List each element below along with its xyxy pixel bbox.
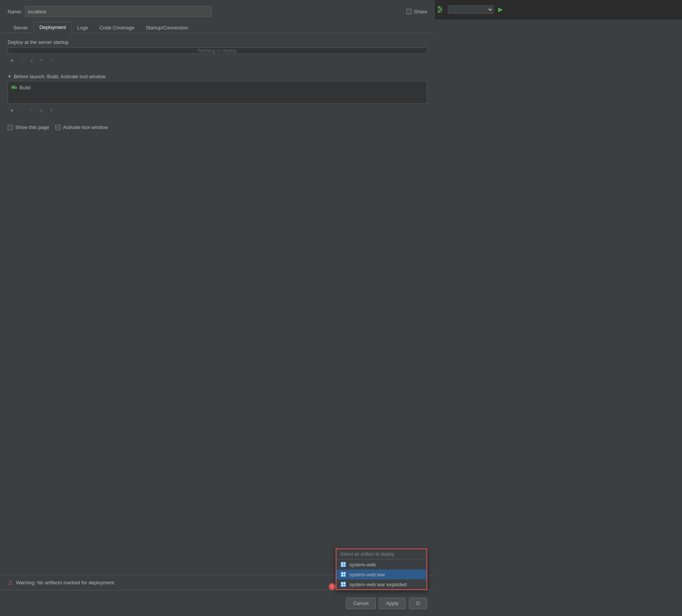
name-label: Name:	[8, 9, 22, 15]
deploy-section-label: Deploy at the server startup	[8, 39, 427, 45]
svg-rect-0	[11, 86, 13, 89]
bits-icon-cluster	[438, 6, 446, 13]
deploy-remove-button[interactable]: −	[18, 56, 26, 65]
system-web-war-exploded-icon	[340, 581, 346, 587]
name-row: Name: Share	[0, 0, 435, 21]
artifact-item-system-web-war-exploded-label: system-web:war exploded	[349, 582, 407, 587]
artifact-item-system-web-war-label: system-web:war	[349, 572, 385, 577]
svg-rect-11	[344, 572, 345, 574]
tab-logs[interactable]: Logs	[72, 22, 94, 33]
before-launch-section: ▼ Before launch: Build, Activate tool wi…	[8, 71, 427, 116]
action-bar: Cancel Apply O	[0, 590, 435, 616]
warning-text: Warning: No artifacts marked for deploym…	[16, 580, 114, 585]
launch-down-button[interactable]: ▼	[47, 106, 56, 114]
svg-rect-18	[344, 585, 345, 586]
show-page-checkbox[interactable]	[8, 125, 13, 130]
system-web-war-icon	[340, 571, 346, 577]
deploy-up-button[interactable]: ▲	[27, 56, 36, 65]
artifact-item-system-web[interactable]: system-web	[336, 560, 426, 569]
svg-rect-8	[344, 565, 345, 566]
launch-add-button[interactable]: +	[8, 106, 16, 114]
launch-toolbar: + − ✎ ▲ ▼	[8, 104, 427, 116]
svg-rect-17	[341, 585, 343, 586]
svg-rect-7	[341, 565, 343, 566]
ok-button[interactable]: O	[409, 598, 427, 609]
svg-rect-2	[15, 87, 17, 89]
deploy-add-button[interactable]: +	[8, 56, 16, 65]
bit	[440, 6, 442, 8]
bit	[438, 8, 440, 10]
artifact-item-system-web-war-exploded[interactable]: system-web:war exploded	[336, 579, 426, 589]
nothing-to-deploy-text: Nothing to deploy	[198, 48, 236, 53]
before-launch-list: Build	[8, 81, 427, 104]
system-web-icon	[340, 561, 346, 568]
warning-icon: ⚠	[8, 579, 13, 586]
launch-up-button[interactable]: ▲	[37, 106, 46, 114]
svg-rect-15	[341, 582, 343, 584]
bit	[438, 6, 440, 8]
svg-rect-10	[341, 572, 343, 574]
svg-rect-4	[341, 562, 346, 567]
tab-startup[interactable]: Startup/Connection	[140, 22, 194, 33]
activate-tool-window-label: Activate tool window	[63, 124, 108, 130]
svg-rect-14	[341, 582, 346, 587]
name-input[interactable]	[25, 6, 212, 17]
tab-deployment[interactable]: Deployment	[34, 22, 71, 33]
svg-rect-1	[13, 85, 15, 89]
tab-code-coverage[interactable]: Code Coverage	[94, 22, 140, 33]
build-item-label: Build	[19, 85, 31, 90]
svg-rect-12	[341, 575, 343, 576]
artifact-popup: Select an artifact to deploy system-web …	[336, 548, 427, 590]
svg-rect-5	[341, 563, 343, 564]
before-launch-build-item: Build	[8, 83, 427, 92]
activate-tool-window-checkbox-item: Activate tool window	[55, 124, 108, 130]
bit	[440, 8, 442, 10]
popup-warning-icon: !	[329, 583, 336, 590]
before-launch-title: Before launch: Build, Activate tool wind…	[14, 74, 106, 79]
right-panel-topbar: ▶	[435, 0, 682, 19]
deploy-area: Nothing to deploy	[8, 47, 427, 54]
share-checkbox[interactable]	[406, 9, 412, 14]
show-page-label: Show this page	[15, 124, 49, 130]
svg-rect-9	[341, 572, 346, 577]
bit	[440, 11, 442, 13]
play-button[interactable]: ▶	[496, 5, 505, 14]
svg-rect-13	[344, 575, 345, 576]
popup-warning-wrapper: !	[329, 583, 336, 590]
share-row: Share	[406, 9, 427, 15]
show-page-checkbox-item: Show this page	[8, 124, 49, 130]
before-launch-chevron: ▼	[8, 74, 11, 79]
tab-server[interactable]: Server	[8, 22, 34, 33]
right-dropdown[interactable]	[448, 5, 494, 14]
launch-edit-button[interactable]: ✎	[27, 106, 36, 114]
cancel-button[interactable]: Cancel	[346, 598, 376, 609]
launch-remove-button[interactable]: −	[18, 106, 26, 114]
bottom-checkboxes: Show this page Activate tool window	[8, 121, 427, 134]
build-icon	[11, 84, 17, 90]
artifact-popup-header: Select an artifact to deploy	[336, 549, 426, 560]
main-content: Deploy at the server startup Nothing to …	[0, 33, 435, 616]
before-launch-header: ▼ Before launch: Build, Activate tool wi…	[8, 71, 427, 81]
activate-tool-window-checkbox[interactable]	[55, 125, 61, 130]
deploy-section: Deploy at the server startup Nothing to …	[8, 39, 427, 66]
bit	[438, 11, 440, 13]
svg-rect-6	[344, 563, 345, 564]
artifact-item-system-web-label: system-web	[349, 562, 376, 568]
bits-icon	[438, 6, 446, 13]
artifact-item-system-web-war[interactable]: system-web:war	[336, 569, 426, 579]
tabs-bar: Server Deployment Logs Code Coverage Sta…	[0, 21, 435, 33]
svg-rect-16	[344, 582, 345, 584]
deploy-edit-button[interactable]: ✎	[47, 56, 56, 65]
apply-button[interactable]: Apply	[379, 598, 406, 609]
dialog-container: Name: Share Server Deployment Logs Code …	[0, 0, 435, 616]
deploy-toolbar: + − ▲ ▼ ✎	[8, 54, 427, 66]
share-label: Share	[414, 9, 427, 15]
deploy-down-button[interactable]: ▼	[37, 56, 46, 65]
